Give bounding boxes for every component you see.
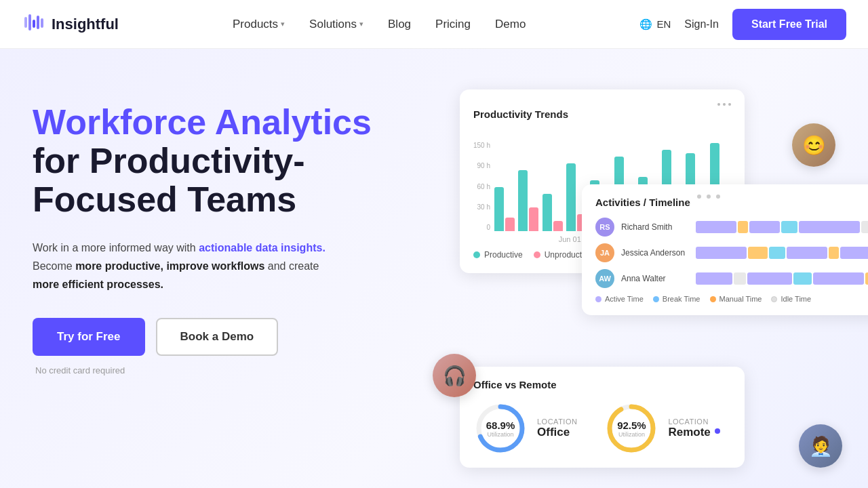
remote-name: Remote: [668, 426, 710, 439]
svg-rect-2: [33, 20, 35, 28]
bar-productive: [494, 187, 504, 231]
svg-rect-0: [24, 17, 27, 28]
person-name-anna: Anna Walter: [621, 274, 689, 283]
legend-idle-time: Idle Time: [771, 295, 811, 303]
timeline-bar-jessica: [696, 247, 868, 259]
svg-rect-1: [28, 14, 31, 30]
productivity-card-title: Productivity Trends: [473, 108, 731, 120]
nav-products[interactable]: Products ▾: [233, 18, 285, 31]
avatar-richard: RS: [595, 218, 614, 237]
timeline-row: AW Anna Walter: [595, 269, 868, 288]
unproductive-dot: [534, 251, 540, 258]
nav-solutions[interactable]: Solutions ▾: [309, 18, 363, 31]
bar-productive: [518, 170, 528, 231]
person-name-richard: Richard Smith: [621, 222, 689, 232]
office-util: Utilization: [486, 431, 515, 438]
y-axis-labels: 150 h 90 h 60 h 30 h 0: [473, 142, 490, 243]
ovr-card-title: Office vs Remote: [473, 379, 731, 390]
hero-title-line2: for Productivity-: [33, 141, 305, 180]
subtitle-suffix: and create: [264, 260, 319, 272]
timeline-row: RS Richard Smith: [595, 218, 868, 237]
hero-right: Productivity Trends 150 h 90 h 60 h 30 h…: [426, 89, 835, 488]
subtitle-highlight: actionable data insights.: [199, 242, 326, 253]
timeline-legend: Active Time Break Time Manual Time Idle …: [595, 295, 868, 303]
decorative-dots-2: [715, 428, 720, 434]
logo-icon: [22, 10, 46, 39]
language-label: EN: [656, 18, 671, 30]
book-a-demo-button[interactable]: Book a Demo: [156, 318, 279, 356]
office-pct: 68.9%: [486, 420, 515, 431]
timeline-card: Activities / Timeline RS Richard Smith J…: [582, 184, 868, 315]
subtitle-bold: more productive, improve workflows: [75, 260, 264, 272]
timeline-bar-richard: [696, 221, 868, 233]
office-name: Office: [537, 426, 577, 439]
hero-section: Workforce Analytics for Productivity- Fo…: [0, 49, 868, 488]
bar-unproductive: [529, 207, 538, 231]
legend-break-time: Break Time: [653, 295, 701, 303]
hero-title-line1: Workforce Analytics: [33, 102, 372, 142]
nav-blog[interactable]: Blog: [388, 18, 411, 31]
bar-pair: [542, 194, 564, 231]
productive-dot: [473, 251, 480, 258]
card-menu: [473, 103, 731, 106]
nav-pricing[interactable]: Pricing: [435, 18, 471, 31]
globe-icon: 🌐: [639, 18, 652, 30]
subtitle-mid: Become: [33, 260, 75, 272]
nav-demo[interactable]: Demo: [495, 18, 526, 31]
office-gauge-wrap: 68.9% Utilization LOCATION Office: [473, 401, 577, 455]
bar-unproductive: [553, 221, 563, 231]
remote-info: LOCATION Remote: [668, 418, 710, 439]
timeline-row: JA Jessica Anderson: [595, 243, 868, 262]
avatar-anna: AW: [595, 269, 614, 288]
timeline-card-title: Activities / Timeline: [595, 197, 868, 208]
person-name-jessica: Jessica Anderson: [621, 248, 689, 258]
bar-pair: [518, 170, 539, 231]
hero-left: Workforce Analytics for Productivity- Fo…: [33, 89, 426, 375]
language-selector[interactable]: 🌐 EN: [639, 18, 671, 30]
legend-active-time: Active Time: [595, 295, 644, 303]
start-free-trial-button[interactable]: Start Free Trial: [732, 9, 846, 40]
hero-buttons: Try for Free Book a Demo: [33, 318, 426, 356]
remote-location-label: LOCATION: [668, 418, 710, 426]
decorative-dots: [697, 195, 720, 199]
timeline-bar-anna: [696, 272, 868, 285]
try-for-free-button[interactable]: Try for Free: [33, 318, 145, 356]
navbar: Insightful Products ▾ Solutions ▾ Blog P…: [0, 0, 868, 49]
legend-productive: Productive: [473, 250, 523, 260]
subtitle-bold2: more efficient processes.: [33, 279, 163, 290]
remote-gauge: 92.5% Utilization: [604, 401, 658, 455]
office-gauge: 68.9% Utilization: [473, 401, 528, 455]
hero-title: Workforce Analytics for Productivity- Fo…: [33, 103, 426, 220]
sign-in-link[interactable]: Sign-In: [684, 18, 719, 30]
office-vs-remote-card: Office vs Remote 68.9% Utilization: [460, 367, 745, 468]
floating-avatar-3: 🧑‍💼: [799, 424, 842, 468]
nav-links: Products ▾ Solutions ▾ Blog Pricing Demo: [233, 18, 526, 31]
bar-productive: [542, 194, 552, 231]
remote-util: Utilization: [617, 431, 646, 438]
brand-name: Insightful: [52, 16, 119, 33]
nav-right: 🌐 EN Sign-In Start Free Trial: [639, 9, 846, 40]
floating-avatar-1: 😊: [792, 123, 835, 167]
bar-productive: [566, 163, 576, 231]
bar-pair: [494, 187, 515, 231]
floating-avatar-2: 🎧: [433, 354, 476, 397]
hero-subtitle: Work in a more informed way with actiona…: [33, 239, 358, 294]
subtitle-prefix: Work in a more informed way with: [33, 242, 199, 253]
avatar-jessica: JA: [595, 243, 614, 262]
office-info: LOCATION Office: [537, 418, 577, 439]
office-location-label: LOCATION: [537, 418, 577, 426]
logo[interactable]: Insightful: [22, 10, 119, 39]
svg-rect-4: [41, 18, 43, 28]
products-chevron-icon: ▾: [281, 20, 285, 28]
svg-rect-3: [37, 16, 39, 29]
hero-note: No credit card required: [33, 365, 426, 375]
remote-pct: 92.5%: [617, 420, 646, 431]
bar-unproductive: [505, 218, 515, 231]
legend-manual-time: Manual Time: [710, 295, 762, 303]
hero-title-line3: Focused Teams: [33, 180, 296, 219]
solutions-chevron-icon: ▾: [359, 20, 363, 28]
remote-gauge-wrap: 92.5% Utilization LOCATION Remote: [604, 401, 710, 455]
gauges-container: 68.9% Utilization LOCATION Office: [473, 401, 731, 455]
